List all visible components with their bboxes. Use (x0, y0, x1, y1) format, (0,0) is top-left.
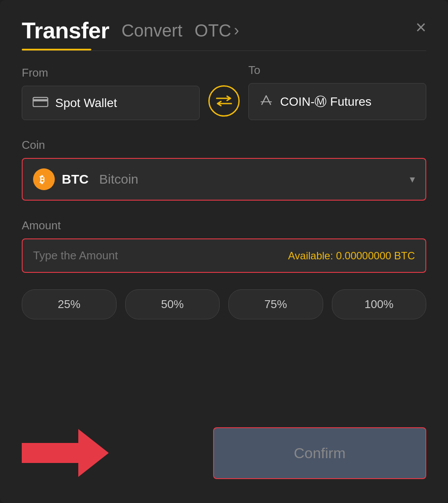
coin-section: Coin ₿ BTC Bitcoin ▾ (22, 138, 426, 201)
pct-100-button[interactable]: 100% (332, 289, 427, 319)
amount-section: Amount Available: 0.00000000 BTC (22, 219, 426, 273)
percentage-row: 25% 50% 75% 100% (22, 289, 426, 319)
tab-otc[interactable]: OTC › (194, 21, 239, 40)
tab-convert[interactable]: Convert (121, 21, 182, 40)
pct-25-button[interactable]: 25% (22, 289, 117, 319)
close-button[interactable]: × (415, 18, 426, 37)
available-balance: Available: 0.00000000 BTC (288, 250, 415, 262)
bottom-section: Confirm (22, 425, 426, 481)
svg-marker-3 (22, 429, 109, 477)
red-arrow-icon (22, 425, 109, 481)
from-section: From Spot Wallet (22, 66, 200, 120)
coin-selector[interactable]: ₿ BTC Bitcoin ▾ (22, 158, 426, 201)
coin-label: Coin (22, 138, 45, 151)
wallet-card-icon (33, 96, 48, 110)
svg-rect-1 (33, 99, 48, 101)
swap-container (200, 85, 248, 120)
svg-rect-0 (33, 97, 48, 107)
pct-75-button[interactable]: 75% (228, 289, 323, 319)
to-label: To (248, 64, 426, 77)
amount-input-container: Available: 0.00000000 BTC (22, 238, 426, 273)
svg-text:₿: ₿ (40, 174, 44, 185)
tab-transfer[interactable]: Transfer (22, 17, 109, 44)
coin-name: Bitcoin (96, 172, 138, 187)
confirm-button[interactable]: Confirm (213, 427, 426, 479)
futures-icon (259, 93, 273, 110)
swap-button[interactable] (208, 85, 240, 117)
from-to-row: From Spot Wallet To (22, 64, 426, 120)
from-label: From (22, 66, 200, 80)
transfer-modal: Transfer Convert OTC › × From Spot Walle… (0, 0, 448, 503)
pct-50-button[interactable]: 50% (125, 289, 220, 319)
from-wallet-selector[interactable]: Spot Wallet (22, 86, 200, 120)
to-section: To COIN-Ⓜ Futures (248, 64, 426, 120)
coin-symbol: BTC (62, 172, 89, 187)
to-wallet-label: COIN-Ⓜ Futures (280, 94, 371, 110)
amount-label: Amount (22, 219, 61, 232)
modal-header: Transfer Convert OTC › × (22, 17, 426, 44)
coin-dropdown-icon: ▾ (410, 173, 415, 185)
otc-chevron-icon: › (234, 21, 239, 40)
arrow-indicator (22, 425, 109, 481)
amount-input[interactable] (33, 249, 137, 262)
from-wallet-label: Spot Wallet (55, 96, 117, 110)
to-wallet-selector[interactable]: COIN-Ⓜ Futures (248, 83, 426, 120)
btc-icon: ₿ (33, 168, 55, 190)
